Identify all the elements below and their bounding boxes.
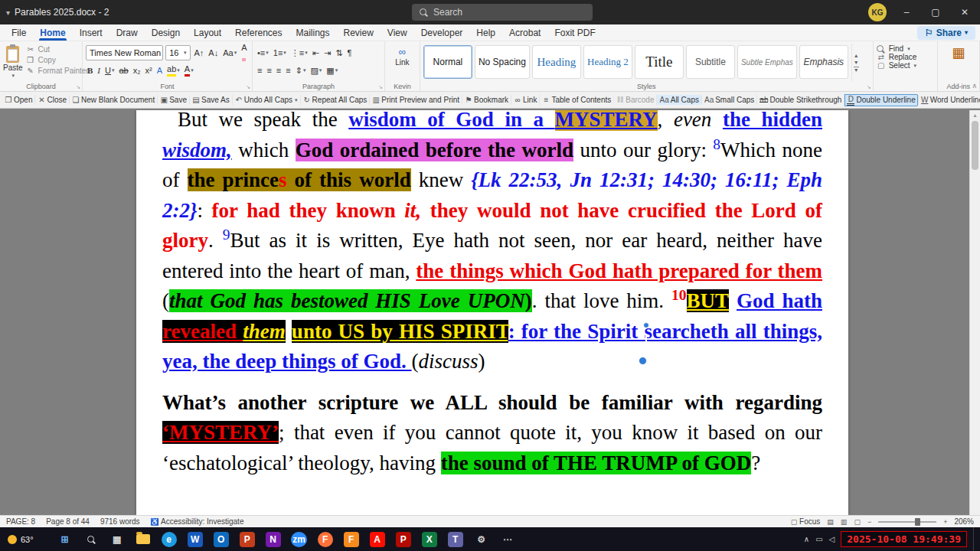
print-layout-button[interactable]: ▥ (841, 518, 848, 526)
selection-handle-bottom[interactable] (639, 357, 647, 365)
tab-foxit-pdf[interactable]: Foxit PDF (547, 24, 602, 41)
style-normal[interactable]: Normal (423, 45, 472, 79)
tray-status-icon[interactable]: ▭ (815, 535, 822, 543)
font-size-select[interactable]: 16 ▾ (165, 45, 190, 60)
font-clear-formatting-button[interactable]: A (240, 41, 249, 64)
copy-button[interactable]: ❐Copy (26, 56, 89, 64)
taskbar-icon-acrobat[interactable]: A (366, 527, 389, 551)
taskbar-icon-start[interactable]: ⊞ (54, 527, 77, 551)
taskbar-icon-zoom[interactable]: zm (288, 527, 311, 551)
qat-save-as-button[interactable]: ▤Save As (189, 95, 232, 105)
page-indicator[interactable]: PAGE: 8 (6, 517, 35, 526)
taskbar-icon-more-apps[interactable]: ⋯ (496, 527, 519, 551)
focus-button[interactable]: ▢ Focus (791, 517, 821, 526)
page-count[interactable]: Page 8 of 44 (46, 517, 90, 526)
font-change-case-button[interactable]: Aa▾ (221, 47, 238, 59)
taskbar-icon-settings[interactable]: ⚙ (470, 527, 493, 551)
tab-help[interactable]: Help (469, 24, 502, 41)
font-shrink-font-button[interactable]: A↓ (207, 47, 220, 59)
tab-acrobat[interactable]: Acrobat (502, 24, 547, 41)
styles-dialog-launcher[interactable]: ↘ (867, 84, 871, 90)
tray-volume-icon[interactable]: ◁ (829, 535, 835, 543)
add-ins-icon[interactable]: ▦ (952, 44, 965, 61)
tab-mailings[interactable]: Mailings (289, 24, 336, 41)
font-grow-font-button[interactable]: A↑ (193, 47, 206, 59)
clipboard-dialog-launcher[interactable]: ↘ (76, 84, 80, 90)
tab-home[interactable]: Home (33, 24, 72, 41)
paragraph-sort-button[interactable]: ⇅ (334, 47, 344, 59)
format-painter-button[interactable]: ✎Format Painter (26, 67, 89, 75)
style-emphasis[interactable]: Emphasis (799, 45, 848, 79)
zoom-slider-thumb[interactable] (915, 518, 920, 526)
taskbar-icon-task-view[interactable]: ▦ (106, 527, 129, 551)
qat-word-underline-button[interactable]: WWord Underline (918, 95, 980, 105)
paragraph-align-right-button[interactable]: ≡ (275, 64, 283, 77)
qat-new-blank-document-button[interactable]: ❏New Blank Document (69, 95, 157, 105)
tab-draw[interactable]: Draw (109, 24, 145, 41)
find-button[interactable]: Find▾ (877, 44, 934, 53)
share-button[interactable]: ⚐ Share ▾ (917, 26, 975, 40)
style-title[interactable]: Title (635, 45, 684, 79)
scroll-up-icon[interactable]: ▲ (970, 110, 980, 118)
tab-layout[interactable]: Layout (187, 24, 228, 41)
zoom-level[interactable]: 206% (954, 517, 974, 526)
font-italic-button[interactable]: I (96, 64, 102, 77)
qat-small-caps-button[interactable]: AaSmall Caps (701, 95, 756, 105)
qat-table-of-contents-button[interactable]: ≡Table of Contents (539, 95, 613, 105)
paragraph-borders-button[interactable]: ▦▾ (325, 64, 339, 77)
zoom-slider[interactable] (878, 521, 936, 523)
minimize-button[interactable]: – (897, 7, 916, 18)
font-text-effects-button[interactable]: A (155, 64, 164, 77)
tab-insert[interactable]: Insert (73, 24, 109, 41)
qat-undo-all-caps-button[interactable]: ↶Undo All Caps▾ (232, 95, 300, 105)
qat-link-button[interactable]: ∞Link (511, 95, 539, 105)
styles-scroll-up-icon[interactable]: ▲ (854, 53, 859, 58)
style-heading[interactable]: Heading (532, 45, 581, 79)
paragraph-multilevel-list-button[interactable]: ⋮≡▾ (289, 47, 309, 59)
taskbar-icon-outlook[interactable]: O (210, 527, 233, 551)
select-button[interactable]: ▢Select▾ (877, 61, 934, 70)
qat-bookmark-button[interactable]: ⚑Bookmark (462, 95, 511, 105)
style-no-spacing[interactable]: No Spacing (475, 45, 530, 79)
taskbar-icon-edge[interactable]: e (158, 527, 181, 551)
tab-developer[interactable]: Developer (414, 24, 470, 41)
paragraph-dialog-launcher[interactable]: ↘ (378, 84, 383, 90)
taskbar-icon-file-explorer[interactable] (132, 527, 155, 551)
style-subtitle[interactable]: Subtitle (686, 45, 735, 79)
taskbar-icon-teams[interactable]: T (444, 527, 467, 551)
qat-open-button[interactable]: ❐Open (2, 95, 34, 105)
selection-handle-top[interactable] (643, 322, 649, 328)
qat-double-underline-button[interactable]: DDouble Underline (844, 94, 917, 106)
font-subscript-button[interactable]: x₂ (132, 64, 142, 77)
taskbar-icon-firefox[interactable]: F (314, 527, 337, 551)
taskbar-icon-excel[interactable]: X (418, 527, 441, 551)
paragraph-align-center-button[interactable]: ≡ (265, 64, 273, 77)
weather-widget[interactable]: 63° (0, 527, 41, 551)
font-highlight-color-button[interactable]: ab▾ (165, 63, 181, 77)
paragraph-increase-indent-button[interactable]: ⇥ (322, 47, 332, 59)
paragraph-bullets-button[interactable]: •≡▾ (256, 47, 270, 59)
read-mode-button[interactable]: ▤ (827, 518, 834, 526)
qat-save-button[interactable]: ▣Save (157, 95, 189, 105)
qat-repeat-all-caps-button[interactable]: ↻Repeat All Caps (300, 95, 370, 105)
taskbar-icon-onenote[interactable]: N (262, 527, 285, 551)
vertical-scrollbar[interactable]: ▲ (969, 110, 980, 515)
paragraph-align-left-button[interactable]: ≡ (256, 64, 263, 77)
font-bold-button[interactable]: B (86, 64, 94, 77)
tray-expand-icon[interactable]: ∧ (804, 535, 809, 543)
link-button[interactable]: Link (395, 58, 409, 67)
cut-button[interactable]: ✂Cut (26, 45, 89, 54)
tab-design[interactable]: Design (145, 24, 187, 41)
font-strikethrough-button[interactable]: ab (117, 64, 129, 77)
paragraph-shading-button[interactable]: ▨▾ (309, 64, 323, 77)
style-subtle-emphas[interactable]: Subtle Emphas (737, 45, 797, 79)
qat-barcode-button[interactable]: ‖‖Barcode (613, 95, 656, 105)
qat-close-button[interactable]: ✕Close (34, 95, 69, 105)
web-layout-button[interactable]: ▢ (854, 518, 861, 526)
tab-references[interactable]: References (228, 24, 289, 41)
document-page[interactable]: But we speak the wisdom of God in a MYST… (136, 110, 848, 515)
accessibility-status[interactable]: ♿ Accessibility: Investigate (151, 517, 244, 526)
document-menu-caret-icon[interactable]: ▾ (6, 8, 10, 17)
styles-scroll-down-icon[interactable]: ▼ (854, 60, 859, 65)
font-dialog-launcher[interactable]: ↘ (246, 84, 250, 90)
